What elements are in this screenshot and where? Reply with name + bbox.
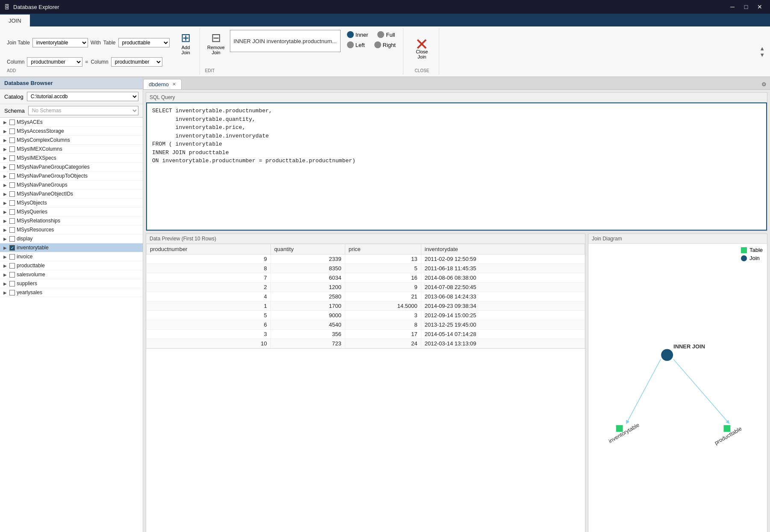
tree-expand-yearlysales[interactable]: ▶ [3,290,8,295]
tree-checkbox-salesvolume[interactable] [9,272,15,278]
add-join-button[interactable]: ⊞ Add Join [176,30,196,56]
close-button[interactable]: ✕ [754,2,766,12]
tree-checkbox-msysimexspecs[interactable] [9,155,15,161]
tree-item-msysnavpanegroupcategories[interactable]: ▶MSysNavPaneGroupCategories [0,163,143,172]
tree-expand-msysobjects[interactable]: ▶ [3,200,8,205]
tree-checkbox-suppliers[interactable] [9,281,15,286]
tree-expand-msysnavpanegrouptoobjects[interactable]: ▶ [3,173,8,178]
bottom-panels: Data Preview (First 10 Rows) productnumb… [143,234,770,532]
tree-item-msysresources[interactable]: ▶MSysResources [0,225,143,234]
tree-expand-msysaces[interactable]: ▶ [3,120,8,125]
tree-expand-msysrelationships[interactable]: ▶ [3,218,8,223]
maximize-button[interactable]: □ [740,2,752,12]
tab-close-button[interactable]: ✕ [172,82,176,87]
tree-expand-msysaccessstorage[interactable]: ▶ [3,129,8,134]
table-row: 1170014.50002014-09-23 09:38:34 [147,301,585,311]
tree-checkbox-producttable[interactable] [9,263,15,269]
tree-checkbox-msysnavpaneobjectids[interactable] [9,191,15,197]
tree-expand-suppliers[interactable]: ▶ [3,281,8,286]
tree-item-yearlysales[interactable]: ▶yearlysales [0,288,143,297]
tree-item-msysnavpanegroups[interactable]: ▶MSysNavPaneGroups [0,181,143,190]
legend-table-icon [741,247,747,253]
tree-checkbox-msysnavpanegrouptoobjects[interactable] [9,173,15,179]
tree-checkbox-msysaces[interactable] [9,120,15,125]
tree-checkbox-msysrelationships[interactable] [9,218,15,224]
sql-query-editor[interactable]: SELECT inventorytable.productnumber, inv… [146,102,767,231]
tree-item-display[interactable]: ▶display [0,234,143,243]
sidebar-header: Database Browser [0,77,143,89]
tree-item-msyscomplexcolumns[interactable]: ▶MSysComplexColumns [0,136,143,145]
tree-item-producttable[interactable]: ▶producttable [0,261,143,270]
tree-checkbox-msysobjects[interactable] [9,200,15,206]
tree-item-msysobjects[interactable]: ▶MSysObjects [0,199,143,208]
ribbon-group-add: Join Table inventorytable With Table pro… [3,28,200,75]
table-cell-r3-c3: 2014-07-08 22:50:45 [421,283,585,292]
tree-expand-display[interactable]: ▶ [3,236,8,241]
tree-checkbox-msyscomplexcolumns[interactable] [9,137,15,143]
tree-expand-msysresources[interactable]: ▶ [3,227,8,232]
full-button[interactable]: Full [373,30,399,39]
tree-expand-msysnavpaneobjectids[interactable]: ▶ [3,191,8,196]
tree-checkbox-msysqueries[interactable] [9,209,15,215]
tree-label-yearlysales: yearlysales [17,289,42,295]
right-button[interactable]: Right [370,40,400,50]
tree-expand-msyscomplexcolumns[interactable]: ▶ [3,137,8,143]
ribbon-tab-join[interactable]: JOIN [0,14,30,26]
tree-checkbox-msysnavpanegroups[interactable] [9,182,15,188]
tree-expand-invoice[interactable]: ▶ [3,254,8,259]
tree-item-msysnavpanegrouptoobjects[interactable]: ▶MSysNavPaneGroupToObjects [0,172,143,181]
tree-item-msysaces[interactable]: ▶MSysACEs [0,118,143,127]
tree-item-inventorytable[interactable]: ▶✓inventorytable [0,243,143,252]
tree-checkbox-msysaccessstorage[interactable] [9,129,15,134]
tree-expand-msysnavpanegroupcategories[interactable]: ▶ [3,164,8,170]
tree-item-msysnavpaneobjectids[interactable]: ▶MSysNavPaneObjectIDs [0,190,143,199]
tree-checkbox-display[interactable] [9,236,15,242]
table-select[interactable]: producttable [118,38,170,47]
tree-item-invoice[interactable]: ▶invoice [0,252,143,261]
tree-item-suppliers[interactable]: ▶suppliers [0,279,143,288]
inner-icon [347,31,354,38]
column2-label: Column [91,59,108,65]
tree-checkbox-inventorytable[interactable]: ✓ [9,245,15,251]
tree-item-msysimexspecs[interactable]: ▶MSysIMEXSpecs [0,154,143,163]
tree-item-msysaccessstorage[interactable]: ▶MSysAccessStorage [0,127,143,136]
join-table-select[interactable]: inventorytable [32,38,88,47]
inner-button[interactable]: Inner [343,30,372,39]
tab-dbdemo[interactable]: dbdemo ✕ [143,79,182,89]
tree-item-msysqueries[interactable]: ▶MSysQueries [0,208,143,216]
tree-label-msyscomplexcolumns: MSysComplexColumns [17,137,70,143]
tree-expand-inventorytable[interactable]: ▶ [3,245,8,250]
titlebar-left: 🗄 Database Explorer [4,4,59,10]
tree-expand-salesvolume[interactable]: ▶ [3,272,8,277]
column1-select[interactable]: productnumber [27,57,82,67]
tree-item-salesvolume[interactable]: ▶salesvolume [0,270,143,279]
tree-expand-producttable[interactable]: ▶ [3,263,8,268]
tree-item-msysimexcolumns[interactable]: ▶MSysIMEXColumns [0,145,143,154]
close-join-button[interactable]: Close Join [409,35,435,61]
edit-group-label: EDIT [205,67,215,73]
tree-expand-msysimexcolumns[interactable]: ▶ [3,146,8,152]
tree-expand-msysnavpanegroups[interactable]: ▶ [3,182,8,187]
tree-expand-msysqueries[interactable]: ▶ [3,209,8,214]
tree-checkbox-yearlysales[interactable] [9,290,15,295]
schema-select[interactable]: No Schemas [28,106,138,115]
tab-settings-icon[interactable]: ⚙ [758,79,770,89]
remove-join-button[interactable]: ⊟ Remove Join [205,30,227,56]
tree-checkbox-msysimexcolumns[interactable] [9,146,15,152]
left-button[interactable]: Left [343,40,369,50]
column2-select[interactable]: productnumber [111,57,162,67]
left-icon [347,41,354,48]
tree-checkbox-invoice[interactable] [9,254,15,260]
table-cell-r4-c3: 2013-06-08 14:24:33 [421,292,585,301]
tree-checkbox-msysresources[interactable] [9,227,15,233]
table-cell-r5-c2: 14.5000 [345,301,421,311]
sql-query-label: SQL Query [146,93,767,102]
table-cell-r1-c3: 2011-06-18 11:45:35 [421,264,585,273]
tree-checkbox-msysnavpanegroupcategories[interactable] [9,164,15,170]
tree-expand-msysimexspecs[interactable]: ▶ [3,155,8,161]
catalog-select[interactable]: C:\tutorial.accdb [27,92,138,101]
tree-item-msysrelationships[interactable]: ▶MSysRelationships [0,216,143,225]
tree-label-suppliers: suppliers [17,281,37,286]
minimize-button[interactable]: ─ [726,2,738,12]
ribbon-scroll-arrow[interactable]: ▲ ▼ [758,28,767,75]
